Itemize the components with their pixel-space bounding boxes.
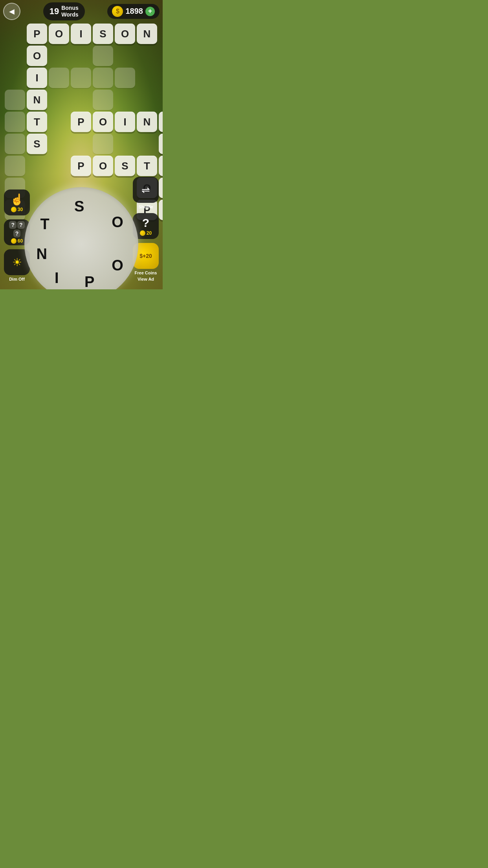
grid-tile: O	[27, 46, 47, 66]
grid-tile: I	[159, 156, 163, 176]
bonus-words-badge: 19 Bonus Words	[43, 2, 85, 20]
grid-tile	[5, 134, 25, 154]
grid-tile	[93, 68, 113, 88]
wheel-letter: O	[112, 257, 123, 274]
wheel-letter: I	[55, 270, 59, 287]
dim-label: Dim Off	[9, 277, 25, 281]
grid-tile: O	[93, 112, 113, 132]
wheel-letter: T	[40, 216, 49, 233]
back-button[interactable]	[3, 3, 20, 20]
grid-tile: T	[137, 156, 157, 176]
hint-icon-box[interactable]: ☝️ 30	[4, 189, 30, 215]
grid-tile: O	[49, 24, 69, 44]
grid-tile	[93, 90, 113, 110]
wheel-letter: S	[74, 198, 84, 215]
grid-tile: O	[115, 24, 135, 44]
grid-tile: S	[27, 134, 47, 154]
grid-tile: O	[93, 156, 113, 176]
grid-tile: N	[27, 90, 47, 110]
grid-tile: S	[93, 24, 113, 44]
grid-tile: S	[115, 156, 135, 176]
grid-tile: I	[71, 24, 91, 44]
shuffle-label: Shuffle	[138, 204, 153, 209]
grid-tile: I	[27, 68, 47, 88]
hint-cost: 30	[18, 207, 23, 212]
coin-icon: $	[112, 6, 123, 17]
grid-tile	[5, 90, 25, 110]
grid-tile: T	[159, 134, 163, 154]
shuffle-button[interactable]: ⇌ Shuffle	[132, 177, 160, 209]
grid-tile: P	[71, 156, 91, 176]
grid-tile	[93, 134, 113, 154]
grid-tile	[115, 68, 135, 88]
letter-wheel[interactable]: SOOPINT	[24, 187, 138, 289]
grid-tile: T	[159, 112, 163, 132]
grid-tile	[5, 112, 25, 132]
wheel-letter: P	[84, 274, 94, 289]
coins-badge: $ 1898 +	[107, 4, 160, 19]
grid-tile	[93, 46, 113, 66]
shuffle-icon-box[interactable]: ⇌	[133, 177, 159, 203]
grid-tile	[71, 68, 91, 88]
grid-tile	[49, 68, 69, 88]
grid-tile: N	[137, 24, 157, 44]
grid-tile: P	[27, 24, 47, 44]
coins-count: 1898	[125, 7, 143, 16]
grid-tile: T	[27, 112, 47, 132]
add-coins-button[interactable]: +	[145, 7, 155, 16]
hint-button[interactable]: ☝️ 30	[3, 189, 31, 215]
header: 19 Bonus Words $ 1898 +	[0, 2, 163, 20]
bonus-text: Bonus Words	[61, 5, 79, 18]
grid-tile: P	[71, 112, 91, 132]
clue-cost: 60	[18, 238, 23, 244]
wheel-letter: N	[36, 246, 47, 263]
bonus-count: 19	[50, 6, 59, 17]
grid-tile	[5, 156, 25, 176]
grid-tile: I	[115, 112, 135, 132]
grid-tile: N	[137, 112, 157, 132]
free-coins-label: Free Coins	[135, 270, 157, 275]
game-container: 19 Bonus Words $ 1898 + POISONOINTSPOINT…	[0, 0, 163, 289]
wheel-letter: O	[112, 214, 123, 231]
view-ad-label: View Ad	[138, 277, 154, 281]
question-cost: 20	[147, 230, 152, 236]
